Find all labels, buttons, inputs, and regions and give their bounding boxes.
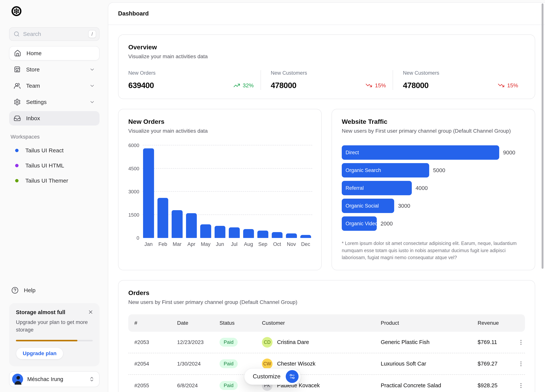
workspace-item-tailus-ui-react[interactable]: Tailus UI React <box>9 143 99 158</box>
storage-progress-bar <box>16 340 93 341</box>
column-header-product: Product <box>381 320 478 326</box>
orders-table: # Date Status Customer Product Revenue #… <box>128 314 525 392</box>
settings-sliders-icon[interactable] <box>286 370 299 383</box>
chart-title: New Orders <box>128 118 311 125</box>
bar-mar <box>172 210 183 238</box>
table-row: #20541/30/2024PaidCWChester WisozkLuxuri… <box>128 353 525 375</box>
stat-value: 478000 <box>271 81 296 90</box>
y-tick-label: 3000 <box>128 189 139 195</box>
row-actions-button[interactable] <box>517 338 525 347</box>
storage-title: Storage almost full <box>16 309 93 315</box>
overview-card: Overview Visualize your main activities … <box>118 34 535 99</box>
workspace-label: Tailus UI HTML <box>25 162 64 169</box>
help-label: Help <box>24 287 36 294</box>
row-actions-button[interactable] <box>517 381 525 390</box>
sidebar-item-settings[interactable]: Settings <box>9 95 99 109</box>
home-icon <box>14 50 21 57</box>
upgrade-plan-button[interactable]: Upgrade plan <box>16 347 63 360</box>
sidebar: / Home Store Team Settings Inbox Workspa… <box>0 0 108 392</box>
sidebar-item-team[interactable]: Team <box>9 79 99 93</box>
x-tick-label: Aug <box>243 241 254 247</box>
scrollbar-thumb[interactable] <box>542 3 544 269</box>
app-logo-icon[interactable] <box>11 6 22 16</box>
x-tick-label: Jun <box>215 241 226 247</box>
revenue-value: $769.11 <box>478 339 513 345</box>
sidebar-item-label: Team <box>26 83 89 89</box>
gridline <box>143 145 312 145</box>
plot-area <box>143 145 311 238</box>
product-name: Generic Plastic Fish <box>381 339 478 345</box>
stat-new-customers: New Customers47800015% <box>260 70 393 90</box>
product-name: Luxurious Soft Car <box>381 361 478 367</box>
avatar: CD <box>262 337 272 348</box>
sidebar-item-store[interactable]: Store <box>9 62 99 77</box>
column-header-revenue: Revenue <box>478 320 513 326</box>
column-header-status: Status <box>220 320 262 326</box>
traffic-bar: Organic Video <box>342 217 377 231</box>
order-date: 6/8/2024 <box>177 383 220 389</box>
traffic-value: 2000 <box>381 221 393 227</box>
workspace-item-tailus-ui-themer[interactable]: Tailus UI Themer <box>9 173 99 188</box>
stat-trend: 32% <box>233 82 254 89</box>
help-button[interactable]: Help <box>9 283 99 297</box>
sidebar-nav: Home Store Team Settings Inbox <box>9 46 99 126</box>
chart-footnote: * Lorem ipsum dolor sit amet consectetur… <box>342 240 525 261</box>
sidebar-item-inbox[interactable]: Inbox <box>9 111 99 126</box>
stat-new-orders: New Orders63940032% <box>128 70 260 90</box>
traffic-row-direct: Direct9000 <box>342 145 525 160</box>
chart-title: Website Traffic <box>342 118 525 125</box>
gear-icon <box>14 98 21 106</box>
users-icon <box>14 82 21 89</box>
page-title: Dashboard <box>118 10 149 17</box>
trending-up-icon <box>233 82 240 89</box>
workspaces-list: Tailus UI React Tailus UI HTML Tailus UI… <box>9 143 99 188</box>
close-icon[interactable] <box>86 308 95 316</box>
horizontal-bar-chart: Direct9000Organic Search5000Referral4000… <box>342 145 525 231</box>
y-tick-label: 4500 <box>128 166 139 171</box>
workspace-item-tailus-ui-html[interactable]: Tailus UI HTML <box>9 158 99 173</box>
stat-trend: 15% <box>365 82 386 89</box>
gridline <box>143 168 312 169</box>
x-tick-label: May <box>200 241 211 247</box>
sidebar-item-label: Inbox <box>26 115 95 121</box>
x-tick-label: Apr <box>186 241 197 247</box>
customer-name: Cristina Dare <box>277 339 309 345</box>
page-header: Dashboard <box>108 3 545 25</box>
workspace-dot-icon <box>15 179 19 182</box>
sidebar-item-label: Home <box>26 50 95 56</box>
order-date: 1/30/2024 <box>177 361 220 367</box>
storage-progress-fill <box>16 340 77 341</box>
user-name: Méschac Irung <box>27 376 89 382</box>
x-tick-label: Mar <box>172 241 183 247</box>
order-id: #2054 <box>134 361 177 367</box>
stats-row: New Orders63940032%New Customers47800015… <box>128 70 525 90</box>
chevron-down-icon <box>89 67 95 72</box>
stat-value: 478000 <box>403 81 428 90</box>
search-box[interactable]: / <box>9 27 99 41</box>
x-tick-label: Nov <box>286 241 297 247</box>
workspace-dot-icon <box>15 149 19 152</box>
kebab-menu-icon <box>518 361 524 367</box>
order-id: #2055 <box>134 383 177 389</box>
chevron-down-icon <box>89 99 95 105</box>
workspace-label: Tailus UI React <box>25 147 64 154</box>
table-header-row: # Date Status Customer Product Revenue <box>128 314 525 332</box>
row-actions-button[interactable] <box>517 359 525 368</box>
order-id: #2053 <box>134 339 177 345</box>
bar-feb <box>157 198 168 238</box>
storage-card: Storage almost full Upgrade your plan to… <box>9 303 99 366</box>
storage-description: Upgrade your plan to get more storage <box>16 319 88 334</box>
status-badge: Paid <box>220 381 238 390</box>
stat-label: New Customers <box>271 70 386 76</box>
trending-down-icon <box>498 82 504 89</box>
help-circle-icon <box>11 287 19 294</box>
sidebar-item-home[interactable]: Home <box>9 46 99 60</box>
search-input[interactable] <box>23 31 88 37</box>
orders-title: Orders <box>128 289 525 296</box>
bar-chart: 01500300045006000 JanFebMarAprMayJunJulA… <box>128 145 311 247</box>
customize-button[interactable]: Customize <box>244 368 301 385</box>
bar-aug <box>243 229 254 238</box>
traffic-row-organic-search: Organic Search5000 <box>342 163 525 177</box>
bar-jun <box>215 226 226 238</box>
user-menu[interactable]: Méschac Irung <box>9 371 99 387</box>
